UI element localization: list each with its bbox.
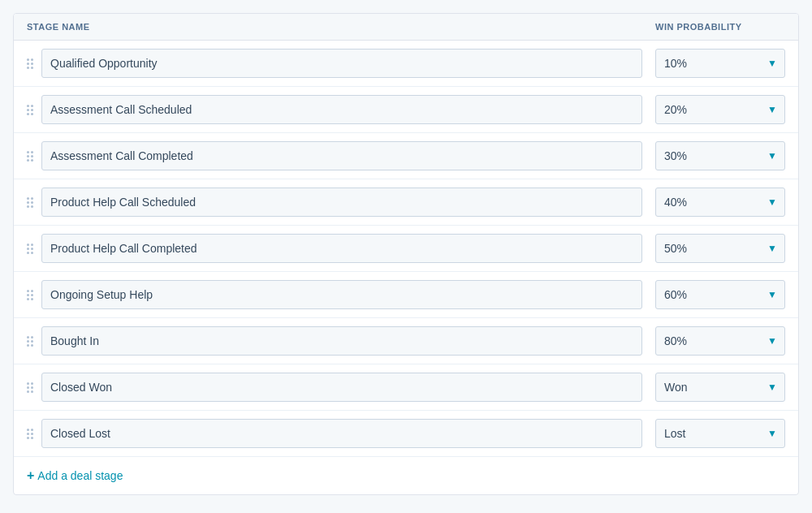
table-row: 10%20%30%40%50%60%70%80%90%100%WonLost▼	[14, 226, 798, 272]
deal-stages-table: STAGE NAME WIN PROBABILITY 10%20%30%40%5…	[13, 13, 799, 495]
table-header: STAGE NAME WIN PROBABILITY	[14, 14, 798, 41]
probability-select[interactable]: 10%20%30%40%50%60%70%80%90%100%WonLost	[655, 234, 785, 263]
add-stage-row: + Add a deal stage	[14, 457, 798, 494]
stage-name-input[interactable]	[41, 373, 642, 402]
stages-list: 10%20%30%40%50%60%70%80%90%100%WonLost▼ …	[14, 41, 798, 457]
probability-select-wrapper: 10%20%30%40%50%60%70%80%90%100%WonLost▼	[655, 326, 785, 356]
drag-handle-icon[interactable]	[27, 336, 33, 347]
add-deal-stage-button[interactable]: + Add a deal stage	[27, 468, 123, 483]
stage-name-input[interactable]	[41, 326, 642, 356]
table-row: 10%20%30%40%50%60%70%80%90%100%WonLost▼	[14, 179, 798, 226]
table-row: 10%20%30%40%50%60%70%80%90%100%WonLost▼	[14, 364, 798, 411]
stage-name-input[interactable]	[41, 280, 642, 309]
probability-select-wrapper: 10%20%30%40%50%60%70%80%90%100%WonLost▼	[655, 188, 785, 217]
table-row: 10%20%30%40%50%60%70%80%90%100%WonLost▼	[14, 318, 798, 364]
probability-select-wrapper: 10%20%30%40%50%60%70%80%90%100%WonLost▼	[655, 49, 785, 78]
stage-name-input[interactable]	[41, 234, 642, 263]
probability-select-wrapper: 10%20%30%40%50%60%70%80%90%100%WonLost▼	[655, 280, 785, 309]
table-row: 10%20%30%40%50%60%70%80%90%100%WonLost▼	[14, 272, 798, 318]
probability-select[interactable]: 10%20%30%40%50%60%70%80%90%100%WonLost	[655, 419, 785, 448]
stage-name-input[interactable]	[41, 49, 642, 78]
probability-select[interactable]: 10%20%30%40%50%60%70%80%90%100%WonLost	[655, 280, 785, 309]
table-row: 10%20%30%40%50%60%70%80%90%100%WonLost▼	[14, 411, 798, 457]
drag-handle-icon[interactable]	[27, 105, 33, 115]
probability-select[interactable]: 10%20%30%40%50%60%70%80%90%100%WonLost	[655, 373, 785, 402]
drag-handle-icon[interactable]	[27, 244, 33, 254]
stage-name-header: STAGE NAME	[27, 22, 655, 32]
table-row: 10%20%30%40%50%60%70%80%90%100%WonLost▼	[14, 41, 798, 87]
add-stage-label: Add a deal stage	[37, 469, 123, 482]
probability-select-wrapper: 10%20%30%40%50%60%70%80%90%100%WonLost▼	[655, 141, 785, 170]
stage-name-input[interactable]	[41, 419, 642, 448]
stage-name-input[interactable]	[41, 188, 642, 217]
plus-icon: +	[27, 468, 34, 483]
drag-handle-icon[interactable]	[27, 58, 33, 69]
table-row: 10%20%30%40%50%60%70%80%90%100%WonLost▼	[14, 87, 798, 133]
probability-select[interactable]: 10%20%30%40%50%60%70%80%90%100%WonLost	[655, 141, 785, 170]
probability-select[interactable]: 10%20%30%40%50%60%70%80%90%100%WonLost	[655, 188, 785, 217]
drag-handle-icon[interactable]	[27, 290, 33, 300]
stage-name-input[interactable]	[41, 141, 642, 170]
drag-handle-icon[interactable]	[27, 429, 33, 439]
probability-select[interactable]: 10%20%30%40%50%60%70%80%90%100%WonLost	[655, 95, 785, 124]
probability-select-wrapper: 10%20%30%40%50%60%70%80%90%100%WonLost▼	[655, 95, 785, 124]
probability-select[interactable]: 10%20%30%40%50%60%70%80%90%100%WonLost	[655, 326, 785, 356]
probability-select-wrapper: 10%20%30%40%50%60%70%80%90%100%WonLost▼	[655, 234, 785, 263]
drag-handle-icon[interactable]	[27, 382, 33, 393]
table-row: 10%20%30%40%50%60%70%80%90%100%WonLost▼	[14, 133, 798, 179]
drag-handle-icon[interactable]	[27, 151, 33, 162]
stage-name-input[interactable]	[41, 95, 642, 124]
probability-select[interactable]: 10%20%30%40%50%60%70%80%90%100%WonLost	[655, 49, 785, 78]
win-probability-header: WIN PROBABILITY	[655, 22, 785, 32]
drag-handle-icon[interactable]	[27, 197, 33, 208]
probability-select-wrapper: 10%20%30%40%50%60%70%80%90%100%WonLost▼	[655, 373, 785, 402]
probability-select-wrapper: 10%20%30%40%50%60%70%80%90%100%WonLost▼	[655, 419, 785, 448]
